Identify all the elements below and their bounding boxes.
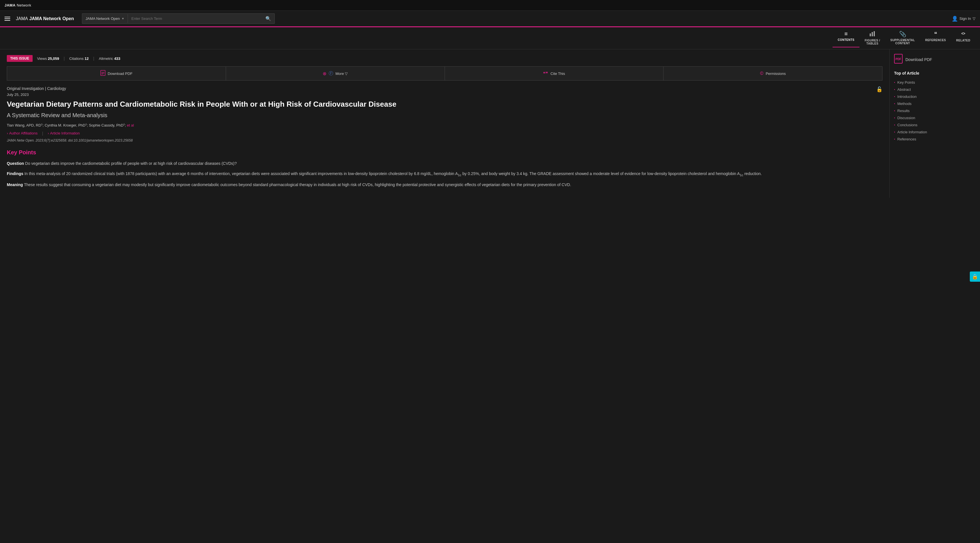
quote-icon: ❝: [934, 31, 937, 37]
search-area: JAMA Network Open ▼ 🔍: [82, 13, 275, 24]
cite-this-label: Cite This: [550, 72, 565, 76]
journal-selector[interactable]: JAMA Network Open ▼: [82, 14, 128, 23]
sidebar-nav-abstract[interactable]: Abstract: [894, 86, 975, 93]
link-icon: [960, 31, 966, 38]
action-buttons-bar: Download PDF ⊗ Ⓕ More ▽ ❝❞ Cite This © P…: [7, 66, 883, 81]
altmetric-stat: Altmetric 433: [99, 56, 120, 61]
author-link-divider: |: [42, 131, 43, 135]
article-toolbar: ≡ CONTENTS FIGURES /TABLES 📎 SUPPLEMENTA…: [0, 27, 980, 49]
cite-this-button[interactable]: ❝❞ Cite This: [445, 67, 664, 80]
lock-icon[interactable]: 🔓: [876, 86, 883, 92]
sidebar-download-label: Download PDF: [905, 57, 932, 62]
article-header: 🔓 Original Investigation | Cardiology Ju…: [7, 86, 883, 142]
sidebar-nav-key-points[interactable]: Key Points: [894, 79, 975, 86]
sidebar-nav-conclusions[interactable]: Conclusions: [894, 121, 975, 129]
permissions-label: Permissions: [765, 72, 786, 76]
right-sidebar: PDF Download PDF Top of Article Key Poin…: [889, 49, 980, 198]
key-point-question: Question Do vegetarian diets improve the…: [7, 160, 883, 167]
toolbar-figures-label: FIGURES /TABLES: [865, 39, 880, 45]
sidebar-section-title: Top of Article: [894, 71, 975, 75]
toolbar-figures[interactable]: FIGURES /TABLES: [859, 29, 885, 48]
facebook-icon: Ⓕ: [329, 71, 333, 76]
article-information-link[interactable]: Article Information: [48, 131, 80, 135]
svg-rect-5: [101, 70, 105, 75]
jama-network-logo[interactable]: JAMA Network: [5, 3, 31, 7]
contents-icon: ≡: [845, 31, 848, 37]
search-button[interactable]: 🔍: [262, 14, 275, 24]
citations-label: Citations: [69, 56, 84, 61]
toolbar-supplemental-label: SUPPLEMENTALCONTENT: [890, 38, 915, 45]
pdf-icon: [100, 70, 105, 77]
meaning-label: Meaning: [7, 182, 23, 187]
toolbar-references[interactable]: ❝ REFERENCES: [920, 29, 951, 48]
key-point-meaning: Meaning These results suggest that consu…: [7, 182, 883, 188]
svg-point-4: [964, 33, 965, 34]
views-label: Views: [37, 56, 48, 61]
sign-in-button[interactable]: 👤 Sign In ▽: [951, 16, 975, 22]
journal-select-label: JAMA Network Open: [86, 16, 120, 21]
article-authors: Tian Wang, APD, RD1; Cynthia M. Kroeger,…: [7, 123, 883, 128]
top-navigation: JAMA Network: [0, 0, 980, 11]
sidebar-nav-methods[interactable]: Methods: [894, 100, 975, 107]
key-points-section: Key Points Question Do vegetarian diets …: [7, 149, 883, 188]
toolbar-references-label: REFERENCES: [925, 38, 946, 42]
question-label: Question: [7, 161, 24, 166]
sidebar-download-pdf[interactable]: PDF Download PDF: [894, 54, 975, 65]
chevron-down-icon: ▼: [121, 17, 124, 20]
meaning-text: These results suggest that consuming a v…: [24, 182, 571, 187]
svg-rect-1: [872, 32, 873, 36]
findings-label: Findings: [7, 171, 23, 176]
cite-icon: ❝❞: [543, 71, 548, 76]
altmetric-label: Altmetric: [99, 56, 114, 61]
main-navigation: JAMA JAMA Network Open JAMA Network Open…: [0, 11, 980, 27]
sidebar-nav-article-information[interactable]: Article Information: [894, 129, 975, 135]
citations-stat: Citations 12: [69, 56, 89, 61]
author-links: Author Affiliations | Article Informatio…: [7, 131, 883, 135]
article-title: Vegetarian Dietary Patterns and Cardiome…: [7, 100, 883, 109]
more-label: More ▽: [336, 72, 348, 76]
divider-2: |: [93, 56, 94, 61]
toolbar-supplemental[interactable]: 📎 SUPPLEMENTALCONTENT: [885, 29, 920, 48]
key-points-title: Key Points: [7, 149, 883, 156]
nav-brand[interactable]: JAMA JAMA Network Open: [16, 16, 74, 21]
page-layout: This Issue Views 25,059 | Citations 12 |…: [0, 49, 980, 198]
article-subtitle: A Systematic Review and Meta-analysis: [7, 112, 883, 119]
question-text: Do vegetarian diets improve the cardiome…: [25, 161, 237, 166]
svg-rect-0: [870, 33, 871, 36]
sidebar-nav-results[interactable]: Results: [894, 107, 975, 114]
search-input[interactable]: [128, 14, 262, 23]
user-icon: 👤: [951, 16, 958, 22]
toolbar-related-label: RELATED: [956, 39, 970, 42]
key-point-findings: Findings In this meta-analysis of 20 ran…: [7, 170, 883, 178]
article-type: Original Investigation | Cardiology: [7, 86, 883, 91]
toolbar-contents[interactable]: ≡ CONTENTS: [832, 29, 859, 48]
sidebar-nav-introduction[interactable]: Introduction: [894, 93, 975, 100]
chart-icon: [869, 31, 875, 38]
divider-1: |: [64, 56, 65, 61]
author-affiliations-link[interactable]: Author Affiliations: [7, 131, 38, 135]
sidebar-pdf-icon: PDF: [894, 54, 903, 65]
views-stat: Views 25,059: [37, 56, 59, 61]
download-pdf-button[interactable]: Download PDF: [7, 67, 226, 80]
toolbar-contents-label: CONTENTS: [838, 38, 854, 41]
toolbar-related[interactable]: RELATED: [951, 29, 975, 48]
sidebar-nav: Key Points Abstract Introduction Methods…: [894, 79, 975, 143]
svg-text:PDF: PDF: [896, 57, 901, 61]
more-button[interactable]: ⊗ Ⓕ More ▽: [226, 67, 445, 80]
sidebar-nav-references[interactable]: References: [894, 135, 975, 143]
article-category: | Cardiology: [45, 86, 66, 91]
et-al-link[interactable]: et al: [127, 123, 134, 127]
hamburger-menu[interactable]: [5, 17, 10, 21]
main-content: This Issue Views 25,059 | Citations 12 |…: [0, 49, 889, 198]
permissions-button[interactable]: © Permissions: [663, 67, 882, 80]
permissions-icon: ©: [760, 71, 764, 76]
chevron-down-icon: ▽: [973, 16, 975, 21]
article-meta-bar: This Issue Views 25,059 | Citations 12 |…: [7, 55, 883, 62]
paperclip-icon: 📎: [899, 31, 906, 37]
article-citation: JAMA Netw Open. 2023;6(7):e2325658. doi:…: [7, 139, 883, 142]
svg-point-3: [961, 33, 963, 34]
this-issue-button[interactable]: This Issue: [7, 55, 33, 62]
more-icon: ⊗: [323, 71, 326, 76]
sidebar-nav-discussion[interactable]: Discussion: [894, 114, 975, 121]
article-date: July 25, 2023: [7, 92, 883, 97]
